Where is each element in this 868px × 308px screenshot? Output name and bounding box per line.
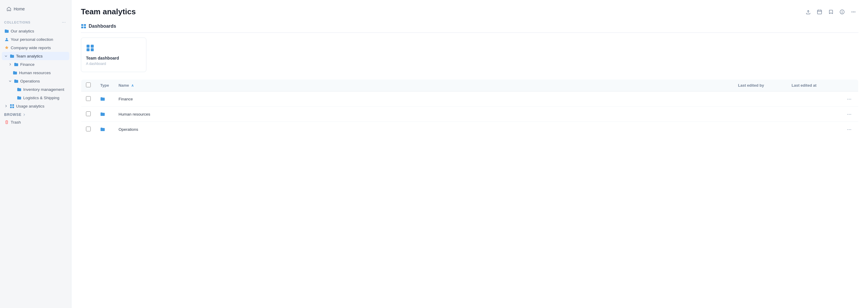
svg-rect-1 xyxy=(10,104,12,106)
svg-point-18 xyxy=(847,99,848,100)
sidebar-item-team-analytics[interactable]: Team analytics xyxy=(2,52,69,60)
row-actions-cell xyxy=(840,122,859,137)
sidebar-item-usage-analytics[interactable]: Usage analytics xyxy=(2,102,69,110)
select-all-column xyxy=(81,80,96,91)
sidebar-item-trash[interactable]: Trash xyxy=(2,118,69,126)
row-type-cell xyxy=(95,91,114,107)
sidebar-item-label: Company wide reports xyxy=(11,46,51,50)
svg-point-0 xyxy=(6,38,7,39)
svg-point-25 xyxy=(849,129,850,130)
row-edited-by-cell xyxy=(733,107,787,122)
last-edited-at-column-header: Last edited at xyxy=(787,80,840,91)
row-more-button[interactable] xyxy=(845,95,854,103)
sidebar-item-label: Human resources xyxy=(19,71,51,75)
sidebar-item-label: Your personal collection xyxy=(11,37,53,42)
svg-point-19 xyxy=(849,99,850,100)
svg-point-21 xyxy=(847,114,848,115)
row-edited-by-cell xyxy=(733,122,787,137)
row-name-cell[interactable]: Finance xyxy=(114,91,733,107)
folder-icon xyxy=(17,87,22,92)
sidebar-item-operations[interactable]: Operations xyxy=(2,77,69,85)
sidebar-item-label: Usage analytics xyxy=(16,104,44,108)
table-row: Operations xyxy=(81,122,859,137)
row-actions-cell xyxy=(840,91,859,107)
folder-icon xyxy=(12,70,17,75)
row-checkbox-cell xyxy=(81,91,96,107)
row-ellipsis-icon xyxy=(847,127,851,132)
type-column-header: Type xyxy=(95,80,114,91)
chevron-right-icon xyxy=(8,62,12,66)
chevron-down-icon xyxy=(4,54,8,58)
browse-section[interactable]: BROWSE xyxy=(0,110,71,118)
header-actions xyxy=(803,7,859,17)
calendar-button[interactable] xyxy=(814,7,825,17)
dashboard-icon xyxy=(9,104,14,108)
sidebar-item-label: Logistics & Shipping xyxy=(23,95,60,100)
sidebar-item-label: Finance xyxy=(20,62,34,67)
row-checkbox-cell xyxy=(81,107,96,122)
row-edited-at-cell xyxy=(787,107,840,122)
person-icon xyxy=(4,37,9,42)
browse-label: BROWSE xyxy=(4,113,22,117)
row-ellipsis-icon xyxy=(847,97,851,102)
folder-icon xyxy=(14,62,19,67)
svg-point-7 xyxy=(851,11,852,12)
bookmark-button[interactable] xyxy=(826,7,836,17)
ellipsis-icon xyxy=(851,9,856,15)
svg-rect-10 xyxy=(81,24,83,26)
row-edited-at-cell xyxy=(787,122,840,137)
table-row: Finance xyxy=(81,91,859,107)
collections-more-button[interactable]: ··· xyxy=(61,19,67,26)
info-button[interactable] xyxy=(837,7,847,17)
row-more-button[interactable] xyxy=(845,125,854,133)
sidebar-item-inventory-management[interactable]: Inventory management xyxy=(2,85,69,93)
sidebar-item-company-reports[interactable]: Company wide reports xyxy=(2,44,69,52)
collections-nav-list: Our analytics Your personal collection C… xyxy=(0,27,71,110)
sidebar-item-logistics-shipping[interactable]: Logistics & Shipping xyxy=(2,93,69,102)
sidebar: Home COLLECTIONS ··· Our analytics Yo xyxy=(0,0,71,308)
svg-rect-15 xyxy=(91,45,94,48)
svg-rect-13 xyxy=(84,27,86,28)
main-body: Dashboards Team dashboard A dashboard xyxy=(71,19,868,146)
table-header: Type Name ∧ Last edited by Last edited a… xyxy=(81,80,859,91)
sidebar-item-label: Inventory management xyxy=(23,87,64,92)
sidebar-item-our-analytics[interactable]: Our analytics xyxy=(2,27,69,35)
dashboard-grid-icon xyxy=(81,24,86,29)
sidebar-item-personal-collection[interactable]: Your personal collection xyxy=(2,35,69,44)
info-icon xyxy=(839,9,845,15)
upload-button[interactable] xyxy=(803,7,813,17)
svg-point-22 xyxy=(849,114,850,115)
row-checkbox[interactable] xyxy=(86,111,91,116)
row-name-cell[interactable]: Operations xyxy=(114,122,733,137)
row-checkbox-cell xyxy=(81,122,96,137)
svg-point-8 xyxy=(853,11,854,12)
row-more-button[interactable] xyxy=(845,110,854,118)
svg-rect-12 xyxy=(81,27,83,28)
dashboard-card-icon xyxy=(86,44,141,52)
main-content: Team analytics xyxy=(71,0,868,308)
select-all-checkbox[interactable] xyxy=(86,83,91,87)
row-ellipsis-icon xyxy=(847,112,851,117)
sidebar-home[interactable]: Home xyxy=(4,5,67,13)
sidebar-item-human-resources[interactable]: Human resources xyxy=(2,68,69,77)
more-options-button[interactable] xyxy=(848,7,859,17)
row-edited-at-cell xyxy=(787,91,840,107)
collections-section-header: COLLECTIONS ··· xyxy=(0,16,71,27)
sidebar-item-label: Trash xyxy=(11,120,21,124)
svg-rect-14 xyxy=(87,45,90,48)
actions-column-header xyxy=(840,80,859,91)
team-dashboard-card[interactable]: Team dashboard A dashboard xyxy=(81,37,146,72)
sort-indicator: ∧ xyxy=(131,83,134,88)
folder-icon xyxy=(14,79,19,83)
row-checkbox[interactable] xyxy=(86,127,91,131)
page-title: Team analytics xyxy=(81,7,136,17)
sidebar-item-finance[interactable]: Finance xyxy=(2,60,69,68)
folder-icon xyxy=(9,54,14,58)
svg-point-23 xyxy=(850,114,851,115)
main-header: Team analytics xyxy=(71,0,868,19)
dashboard-card-name: Team dashboard xyxy=(86,56,141,60)
folder-type-icon xyxy=(100,96,109,101)
row-name-cell[interactable]: Human resources xyxy=(114,107,733,122)
name-column-header[interactable]: Name ∧ xyxy=(114,80,733,91)
row-checkbox[interactable] xyxy=(86,96,91,101)
